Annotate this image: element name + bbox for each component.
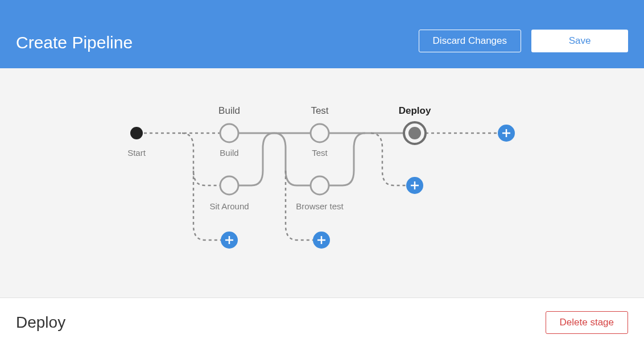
delete-stage-button[interactable]: Delete stage xyxy=(546,311,628,334)
stage-deploy-title: Deploy xyxy=(399,105,431,116)
node-build[interactable] xyxy=(220,124,238,142)
node-test-label: Test xyxy=(312,148,328,158)
branch-trunk-to-browsertest xyxy=(274,133,311,185)
node-browser-test[interactable] xyxy=(311,176,329,195)
add-stage[interactable] xyxy=(498,125,515,142)
node-deploy-inner xyxy=(408,127,421,139)
save-button[interactable]: Save xyxy=(531,30,628,52)
stage-test[interactable]: Test Test xyxy=(311,105,329,158)
branch-deploy-to-addnode xyxy=(371,133,407,185)
node-sit-around-group[interactable]: Sit Around xyxy=(209,176,249,211)
page-title: Create Pipeline xyxy=(16,33,133,52)
stage-build-title: Build xyxy=(218,105,240,116)
stage-deploy[interactable]: Deploy xyxy=(399,105,431,144)
node-browser-test-group[interactable]: Browser test xyxy=(296,176,344,211)
header-actions: Discard Changes Save xyxy=(419,30,628,52)
start-dot xyxy=(130,127,143,139)
branch-start-to-sitaround xyxy=(182,133,220,185)
node-build-label: Build xyxy=(220,148,238,158)
node-test[interactable] xyxy=(311,124,329,142)
node-browser-test-label: Browser test xyxy=(296,201,344,211)
selected-stage-title: Deploy xyxy=(16,313,65,332)
node-sit-around[interactable] xyxy=(220,176,238,195)
stage-test-title: Test xyxy=(311,105,328,116)
pipeline-graph: Start Build Build Sit Around Test Test xyxy=(0,68,644,298)
stage-build[interactable]: Build Build xyxy=(218,105,240,158)
page-header: Create Pipeline Discard Changes Save xyxy=(0,0,644,68)
node-sit-around-label: Sit Around xyxy=(209,201,249,211)
discard-button[interactable]: Discard Changes xyxy=(419,30,521,52)
stage-detail-header: Deploy Delete stage xyxy=(0,298,644,347)
add-node-build[interactable] xyxy=(221,232,238,249)
add-node-test[interactable] xyxy=(313,232,330,249)
add-node-deploy[interactable] xyxy=(406,177,423,194)
merge-sitaround-to-trunk xyxy=(238,133,274,185)
pipeline-canvas: Start Build Build Sit Around Test Test xyxy=(0,68,644,298)
node-start: Start xyxy=(127,127,146,158)
merge-browsertest-to-trunk xyxy=(329,133,365,185)
start-label: Start xyxy=(127,148,146,158)
